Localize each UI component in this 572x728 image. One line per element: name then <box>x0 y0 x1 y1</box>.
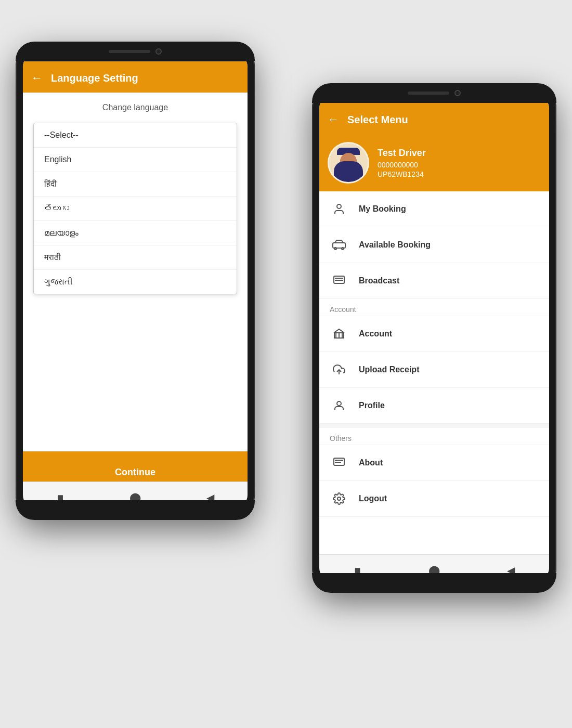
menu-item-account[interactable]: Account <box>319 316 549 352</box>
about-label: About <box>359 458 383 467</box>
phone1-bottom <box>16 500 255 520</box>
others-section-header: Others <box>319 428 549 445</box>
account-label: Account <box>359 329 392 339</box>
menu-item-logout[interactable]: Logout <box>319 481 549 517</box>
driver-phone: 0000000000 <box>378 161 426 169</box>
lang-hindi[interactable]: हिंदी <box>34 172 237 197</box>
app-header-2: ← Select Menu <box>319 105 549 134</box>
back-button-1[interactable]: ← <box>31 71 43 85</box>
menu-item-profile[interactable]: Profile <box>319 388 549 424</box>
menu-item-available-booking[interactable]: Available Booking <box>319 227 549 263</box>
available-booking-label: Available Booking <box>359 240 431 250</box>
language-dropdown[interactable]: --Select-- English हिंदी తెలుగు മലയാളം म… <box>33 123 237 294</box>
svg-point-10 <box>337 401 341 406</box>
lang-gujarati[interactable]: ગુજરાતી <box>34 270 237 294</box>
driver-header: Test Driver 0000000000 UP62WB1234 <box>319 134 549 191</box>
driver-info: Test Driver 0000000000 UP62WB1234 <box>378 148 426 178</box>
back-button-2[interactable]: ← <box>328 113 339 126</box>
phone2-bottom <box>312 573 556 593</box>
person-icon <box>330 200 348 218</box>
phone-speaker <box>109 50 150 53</box>
logout-label: Logout <box>359 494 387 503</box>
menu-item-broadcast[interactable]: Broadcast <box>319 263 549 299</box>
gear-icon <box>330 489 348 508</box>
lang-english[interactable]: English <box>34 148 237 172</box>
phone2-camera <box>454 90 461 96</box>
lang-select[interactable]: --Select-- <box>34 123 237 148</box>
about-icon <box>330 453 348 472</box>
phone2-screen: 3:37 PM ⚑ ▲▲▲ 72 ← Select Menu <box>319 90 549 586</box>
menu-divider <box>319 424 549 428</box>
driver-plate: UP62WB1234 <box>378 170 426 178</box>
phone-select-menu: 3:37 PM ⚑ ▲▲▲ 72 ← Select Menu <box>312 83 556 593</box>
menu-item-about[interactable]: About <box>319 445 549 481</box>
page-title-1: Language Setting <box>51 72 138 84</box>
phone-language-setting: 3:33 PM ⚑ ▲▲▲ 72 ← Language Setting Chan… <box>16 42 255 520</box>
profile-label: Profile <box>359 401 385 410</box>
account-section-header: Account <box>319 299 549 316</box>
upload-icon <box>330 360 348 379</box>
chat-icon <box>330 271 348 290</box>
driver-avatar <box>328 142 369 184</box>
phone1-screen: 3:33 PM ⚑ ▲▲▲ 72 ← Language Setting Chan… <box>23 49 248 513</box>
lang-subtitle: Change language <box>23 93 248 123</box>
avatar-body <box>334 161 363 182</box>
page-title-2: Select Menu <box>347 114 408 126</box>
lang-marathi[interactable]: मराठी <box>34 245 237 270</box>
language-content: Change language --Select-- English हिंदी… <box>23 93 248 471</box>
menu-item-my-booking[interactable]: My Booking <box>319 191 549 227</box>
app-header-1: ← Language Setting <box>23 63 248 93</box>
phone-camera <box>155 48 162 55</box>
car-icon <box>330 236 348 254</box>
profile-icon <box>330 396 348 415</box>
broadcast-label: Broadcast <box>359 276 399 285</box>
lang-telugu[interactable]: తెలుగు <box>34 197 237 221</box>
svg-point-0 <box>337 204 341 209</box>
phone2-speaker <box>408 92 449 95</box>
bank-icon <box>330 324 348 343</box>
menu-list: My Booking Available Booking <box>319 191 549 517</box>
my-booking-label: My Booking <box>359 204 406 214</box>
menu-item-upload-receipt[interactable]: Upload Receipt <box>319 352 549 388</box>
lang-malayalam[interactable]: മലയാളം <box>34 221 237 245</box>
upload-receipt-label: Upload Receipt <box>359 365 419 374</box>
driver-name: Test Driver <box>378 148 426 159</box>
svg-point-14 <box>337 497 341 500</box>
